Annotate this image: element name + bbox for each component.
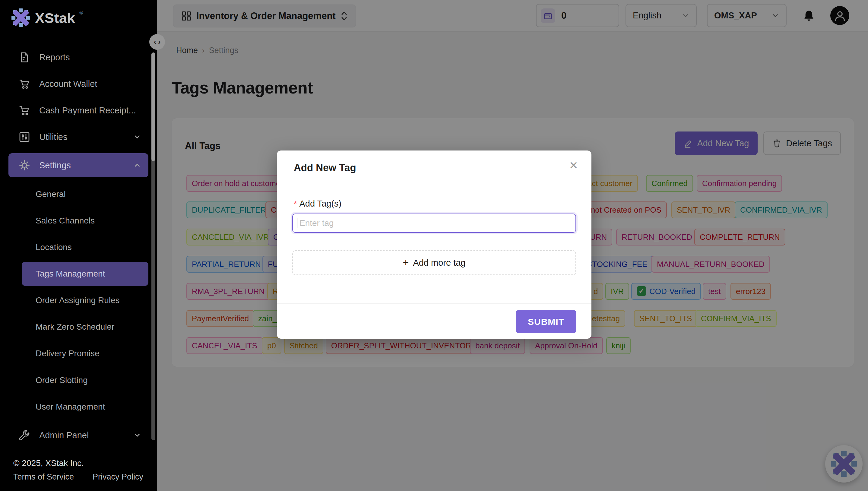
sidebar-scrollbar-thumb[interactable] bbox=[151, 53, 155, 161]
sidebar-item-label: Order Slotting bbox=[36, 375, 88, 385]
copyright-text: © 2025, XStak Inc. bbox=[13, 458, 84, 468]
add-more-tag-button[interactable]: + Add more tag bbox=[292, 250, 576, 275]
sidebar-footer: © 2025, XStak Inc. Terms of Service Priv… bbox=[0, 453, 157, 491]
close-icon[interactable]: ✕ bbox=[569, 160, 578, 171]
sidebar-item-user-management[interactable]: User Management bbox=[22, 395, 148, 419]
sidebar-item-label: Cash Payment Receipt... bbox=[39, 106, 136, 116]
gear-icon bbox=[18, 159, 31, 171]
sidebar-item-label: Utilities bbox=[39, 132, 67, 142]
chevron-down-icon bbox=[133, 431, 141, 439]
wrench-icon bbox=[18, 429, 31, 441]
sidebar-item-label: Order Assigning Rules bbox=[36, 295, 120, 305]
cart-icon bbox=[18, 104, 31, 116]
chevron-up-icon bbox=[133, 161, 141, 169]
sidebar-item-general[interactable]: General bbox=[22, 182, 148, 206]
submit-button[interactable]: SUBMIT bbox=[516, 310, 576, 333]
sidebar-item-label: Mark Zero Scheduler bbox=[36, 322, 114, 332]
sidebar-item-account-wallet[interactable]: Account Wallet bbox=[8, 72, 148, 96]
add-tags-label: *Add Tag(s) bbox=[294, 199, 341, 209]
xstak-flower-icon bbox=[11, 8, 31, 28]
sidebar-item-cash-payment-receipt[interactable]: Cash Payment Receipt... bbox=[8, 98, 148, 122]
xstak-logo[interactable]: XStak ® bbox=[11, 8, 83, 28]
sidebar-item-mark-zero-scheduler[interactable]: Mark Zero Scheduler bbox=[22, 315, 148, 339]
sidebar-item-label: Sales Channels bbox=[36, 216, 95, 226]
sidebar-item-tags-management[interactable]: Tags Management bbox=[22, 262, 148, 286]
sidebar-item-label: Tags Management bbox=[36, 269, 105, 279]
sidebar-item-label: Delivery Promise bbox=[36, 349, 99, 358]
chevron-down-icon bbox=[133, 133, 141, 141]
sidebar-item-label: Reports bbox=[39, 53, 70, 62]
terms-link[interactable]: Terms of Service bbox=[13, 472, 74, 482]
sidebar-item-label: Settings bbox=[39, 161, 71, 170]
cart-icon bbox=[18, 78, 31, 90]
report-icon bbox=[18, 51, 31, 63]
sidebar-item-order-assigning-rules[interactable]: Order Assigning Rules bbox=[22, 288, 148, 313]
collapse-icon: ‹ › bbox=[154, 38, 161, 46]
sidebar-item-settings[interactable]: Settings bbox=[8, 153, 148, 177]
sidebar-item-label: User Management bbox=[36, 402, 105, 412]
sidebar-item-label: Admin Panel bbox=[39, 430, 89, 440]
sidebar-item-delivery-promise[interactable]: Delivery Promise bbox=[22, 341, 148, 366]
sidebar: XStak ® ReportsAccount WalletCash Paymen… bbox=[0, 0, 157, 491]
sidebar-item-order-slotting[interactable]: Order Slotting bbox=[22, 368, 148, 393]
sidebar-item-label: General bbox=[36, 190, 66, 199]
app-root: Inventory & Order Management 0 English bbox=[0, 0, 868, 491]
sliders-icon bbox=[18, 131, 31, 143]
sidebar-item-label: Account Wallet bbox=[39, 79, 97, 89]
text-caret bbox=[297, 218, 297, 228]
add-new-tag-modal: Add New Tag ✕ *Add Tag(s) + Add more tag… bbox=[277, 150, 591, 339]
sidebar-item-utilities[interactable]: Utilities bbox=[8, 125, 148, 149]
brand-name: XStak bbox=[35, 10, 75, 26]
tag-input[interactable] bbox=[292, 213, 576, 233]
registered-mark: ® bbox=[79, 10, 83, 16]
sidebar-collapse-button[interactable]: ‹ › bbox=[149, 34, 165, 50]
sidebar-item-admin-panel[interactable]: Admin Panel bbox=[8, 423, 148, 447]
sidebar-item-sales-channels[interactable]: Sales Channels bbox=[22, 209, 148, 233]
add-more-tag-label: Add more tag bbox=[413, 258, 465, 268]
sidebar-item-locations[interactable]: Locations bbox=[22, 235, 148, 259]
sidebar-item-reports[interactable]: Reports bbox=[8, 45, 148, 69]
modal-header-divider bbox=[277, 187, 591, 187]
privacy-link[interactable]: Privacy Policy bbox=[93, 472, 143, 482]
sidebar-item-label: Locations bbox=[36, 242, 72, 252]
required-asterisk: * bbox=[294, 199, 297, 208]
modal-title: Add New Tag bbox=[294, 162, 356, 173]
plus-icon: + bbox=[403, 256, 409, 268]
modal-footer-divider bbox=[277, 304, 591, 304]
